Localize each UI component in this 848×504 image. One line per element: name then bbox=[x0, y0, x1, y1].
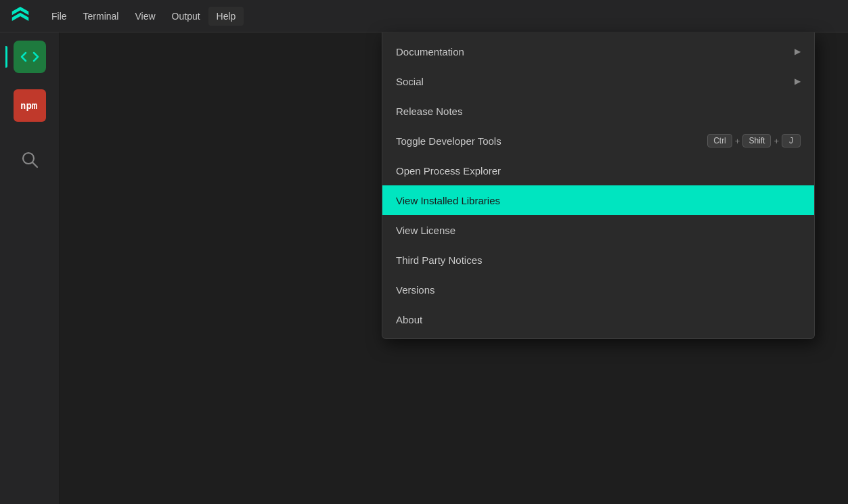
svg-line-6 bbox=[32, 162, 37, 167]
sidebar-btn-npm[interactable]: npm bbox=[11, 87, 49, 124]
menu-item-toggle-dev-tools[interactable]: Toggle Developer Tools Ctrl + Shift + J bbox=[382, 126, 814, 156]
menu-help[interactable]: Help bbox=[208, 7, 244, 26]
menu-item-release-notes[interactable]: Release Notes bbox=[382, 96, 814, 126]
versions-label: Versions bbox=[396, 284, 435, 296]
menu-item-documentation[interactable]: Documentation ▶ bbox=[382, 37, 814, 66]
kbd-ctrl: Ctrl bbox=[707, 134, 732, 147]
menu-view[interactable]: View bbox=[127, 7, 163, 26]
main-content: Documentation ▶ Social ▶ Release Notes T… bbox=[60, 32, 848, 504]
menu-item-third-party-notices[interactable]: Third Party Notices bbox=[382, 245, 814, 275]
menu-output[interactable]: Output bbox=[164, 7, 208, 26]
menu-item-versions[interactable]: Versions bbox=[382, 275, 814, 304]
kbd-j: J bbox=[782, 134, 801, 147]
documentation-submenu-arrow: ▶ bbox=[795, 47, 801, 56]
svg-text:npm: npm bbox=[20, 100, 37, 111]
documentation-label: Documentation bbox=[396, 46, 464, 58]
code-icon bbox=[20, 50, 39, 64]
view-license-label: View License bbox=[396, 225, 455, 236]
release-notes-label: Release Notes bbox=[396, 106, 462, 117]
search-icon bbox=[21, 151, 39, 168]
toggle-dev-tools-label: Toggle Developer Tools bbox=[396, 135, 501, 147]
npm-icon-container: npm bbox=[14, 89, 46, 122]
menu-file[interactable]: File bbox=[43, 7, 75, 26]
social-label: Social bbox=[396, 76, 424, 87]
social-submenu-arrow: ▶ bbox=[795, 76, 801, 86]
menu-item-view-installed-libraries[interactable]: View Installed Libraries bbox=[382, 185, 814, 215]
menu-item-social[interactable]: Social ▶ bbox=[382, 66, 814, 96]
help-dropdown-menu: Documentation ▶ Social ▶ Release Notes T… bbox=[382, 32, 815, 339]
menu-item-about[interactable]: About bbox=[382, 304, 814, 334]
view-installed-libraries-label: View Installed Libraries bbox=[396, 195, 500, 206]
open-process-explorer-label: Open Process Explorer bbox=[396, 165, 501, 177]
third-party-notices-label: Third Party Notices bbox=[396, 254, 483, 266]
sidebar-btn-search[interactable] bbox=[11, 141, 49, 179]
app-logo bbox=[8, 4, 32, 28]
kbd-shift: Shift bbox=[742, 134, 771, 147]
active-indicator bbox=[5, 46, 7, 68]
code-icon-container bbox=[14, 41, 46, 73]
toggle-dev-tools-shortcut: Ctrl + Shift + J bbox=[707, 134, 801, 147]
sidebar: npm bbox=[0, 32, 60, 504]
about-label: About bbox=[396, 314, 422, 325]
sidebar-btn-code[interactable] bbox=[11, 38, 49, 76]
menu-item-open-process-explorer[interactable]: Open Process Explorer bbox=[382, 156, 814, 185]
menu-terminal[interactable]: Terminal bbox=[75, 7, 127, 26]
menu-item-view-license[interactable]: View License bbox=[382, 215, 814, 245]
menubar: File Terminal View Output Help bbox=[0, 0, 848, 32]
svg-marker-1 bbox=[12, 12, 29, 20]
npm-icon: npm bbox=[19, 99, 41, 112]
